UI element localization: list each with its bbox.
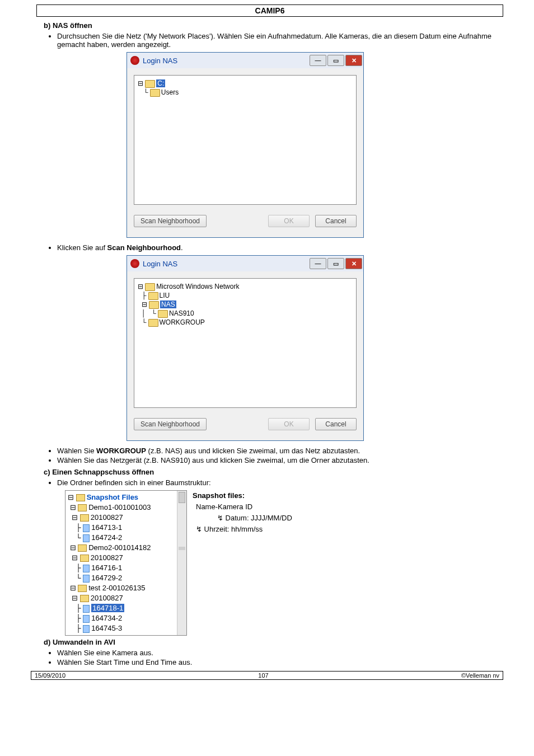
tree-nas: NAS	[160, 300, 176, 308]
minimize-button[interactable]: —	[310, 258, 326, 269]
snap-test2: test 2-001026135	[88, 584, 145, 592]
scrollbar[interactable]	[177, 491, 186, 635]
section-b-heading: b) NAS öffnen	[44, 21, 503, 30]
tree-view-1[interactable]: ⊟ C: └ Users	[134, 75, 357, 205]
snap-file: 164713-1	[91, 523, 122, 532]
snap-file: 164745-3	[91, 624, 122, 632]
tree-msnet: Microsoft Windows Network	[156, 283, 239, 290]
snap-date2: 20100827	[91, 553, 123, 562]
login-nas-dialog-2: Login NAS — ▭ ✕ ⊟ Microsoft Windows Netw…	[127, 255, 364, 441]
close-button[interactable]: ✕	[345, 55, 362, 66]
tree-nas910: NAS910	[169, 309, 194, 317]
close-button[interactable]: ✕	[345, 258, 362, 269]
cancel-button[interactable]: Cancel	[315, 418, 357, 430]
document-title: CAMIP6	[36, 4, 503, 17]
login-nas-dialog-1: Login NAS — ▭ ✕ ⊟ C: └ Users Scan Neighb…	[127, 52, 364, 238]
snap-file: 164716-1	[91, 564, 122, 572]
maximize-button[interactable]: ▭	[327, 258, 344, 269]
section-b-intro: Durchsuchen Sie die Netz ('My Network Pl…	[57, 32, 503, 49]
snap-date1: 20100827	[91, 513, 123, 522]
page-footer: 15/09/2010 107 ©Velleman nv	[31, 671, 503, 680]
app-icon	[130, 56, 139, 65]
tree-liu: LIU	[160, 292, 170, 299]
section-b-click-scan: Klicken Sie auf Scan Neighbourhood.	[57, 243, 503, 252]
ok-button[interactable]: OK	[268, 215, 310, 227]
footer-page: 107	[69, 672, 458, 679]
tree-view-2[interactable]: ⊟ Microsoft Windows Network ├ LIU ⊟ NAS …	[134, 278, 357, 408]
snap-file-selected: 164718-1	[91, 604, 124, 612]
snapshot-tree-panel[interactable]: ⊟ Snapshot Files ⊟ Demo1-001001003 ⊟ 201…	[65, 490, 187, 636]
section-d-b2: Wählen Sie Start Time und End Time aus.	[57, 658, 503, 666]
scan-neighborhood-button[interactable]: Scan Neighborhood	[134, 418, 207, 430]
scan-neighborhood-button[interactable]: Scan Neighborhood	[134, 215, 207, 227]
tree-root-c: C:	[156, 79, 165, 87]
section-d-b1: Wählen Sie eine Kamera aus.	[57, 649, 503, 657]
section-d-heading: d) Umwandeln in AVI	[44, 638, 503, 646]
scrollbar-up-icon[interactable]	[179, 492, 185, 503]
maximize-button[interactable]: ▭	[327, 55, 344, 66]
footer-date: 15/09/2010	[31, 672, 69, 679]
footer-copyright: ©Velleman nv	[458, 672, 503, 679]
snap-date3: 20100827	[91, 594, 123, 602]
cancel-button[interactable]: Cancel	[315, 215, 357, 227]
scrollbar-handle[interactable]	[179, 547, 185, 550]
dialog1-title: Login NAS	[143, 57, 310, 65]
snap-demo1: Demo1-001001003	[88, 503, 151, 511]
section-c-intro: Die Ordner befinden sich in einer Baumst…	[57, 478, 503, 487]
snap-file: 164734-2	[91, 614, 122, 622]
snap-root: Snapshot Files	[87, 493, 138, 501]
snap-file: 164724-2	[91, 533, 122, 542]
tree-item-users: Users	[161, 88, 179, 96]
snap-demo2: Demo2-001014182	[88, 543, 151, 552]
tree-workgroup: WORKGROUP	[160, 318, 205, 326]
ok-button[interactable]: OK	[268, 418, 310, 430]
section-b-select-device: Wählen Sie das Netzgerät (z.B. NAS910) a…	[57, 456, 503, 464]
minimize-button[interactable]: —	[310, 55, 326, 66]
snap-file: 164729-2	[91, 574, 122, 582]
app-icon	[130, 259, 139, 268]
dialog2-title: Login NAS	[143, 260, 310, 268]
section-b-select-workgroup: Wählen Sie WORKGROUP (z.B. NAS) aus und …	[57, 447, 503, 455]
section-c-heading: c) Einen Schnappschuss öffnen	[44, 468, 503, 476]
snapshot-legend: Snapshot files: Name-Kamera ID ↯ Datum: …	[193, 490, 292, 535]
